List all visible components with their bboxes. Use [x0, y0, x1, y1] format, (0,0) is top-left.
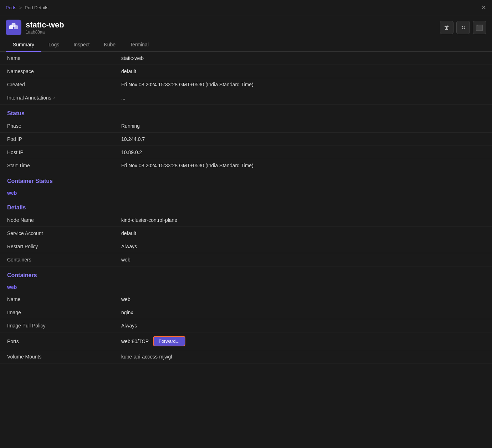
container-name-label: Name — [7, 296, 121, 302]
start-time-label: Start Time — [7, 163, 121, 168]
container-name-value: web — [121, 296, 130, 302]
namespace-label: Namespace — [7, 68, 121, 74]
row-containers: Containers web — [0, 253, 492, 266]
row-image-pull-policy: Image Pull Policy Always — [0, 319, 492, 332]
header-actions: 🗑 ↻ ⬛ — [440, 21, 486, 34]
breadcrumb-pods[interactable]: Pods — [6, 5, 16, 10]
host-ip-value: 10.89.0.2 — [121, 149, 142, 155]
row-pod-ip: Pod IP 10.244.0.7 — [0, 133, 492, 146]
app-title-group: static-web 1aab88aa — [26, 20, 64, 35]
row-ports: Ports web:80/TCP Forward... — [0, 332, 492, 350]
restart-policy-label: Restart Policy — [7, 244, 121, 249]
containers-value: web — [121, 257, 130, 263]
image-pull-policy-label: Image Pull Policy — [7, 323, 121, 329]
row-namespace: Namespace default — [0, 65, 492, 78]
tab-inspect[interactable]: Inspect — [66, 38, 97, 52]
image-value: nginx — [121, 310, 133, 315]
chevron-right-icon: › — [53, 95, 55, 100]
host-ip-label: Host IP — [7, 149, 121, 155]
annotations-value: ... — [121, 95, 125, 101]
container-status-section-header: Container Status — [0, 172, 492, 187]
tabs: Summary Logs Inspect Kube Terminal — [0, 38, 492, 52]
row-annotations[interactable]: Internal Annotations › ... — [0, 91, 492, 105]
annotations-text: Internal Annotations — [7, 95, 51, 101]
container-status-sub-header: web — [0, 187, 492, 199]
row-phase: Phase Running — [0, 119, 492, 133]
breadcrumb-current: Pod Details — [25, 5, 48, 10]
pod-ip-value: 10.244.0.7 — [121, 136, 145, 142]
tab-summary[interactable]: Summary — [6, 38, 41, 52]
ports-text: web:80/TCP — [121, 338, 149, 344]
ports-value-group: web:80/TCP Forward... — [121, 336, 185, 346]
row-volume-mounts: Volume Mounts kube-api-access-mjwgf — [0, 350, 492, 363]
row-host-ip: Host IP 10.89.0.2 — [0, 146, 492, 159]
row-node-name: Node Name kind-cluster-control-plane — [0, 214, 492, 227]
app-header: static-web 1aab88aa 🗑 ↻ ⬛ — [0, 15, 492, 35]
app-icon — [6, 20, 21, 35]
name-value: static-web — [121, 55, 144, 61]
svg-rect-2 — [12, 23, 16, 27]
row-service-account: Service Account default — [0, 227, 492, 240]
service-account-label: Service Account — [7, 230, 121, 236]
phase-label: Phase — [7, 123, 121, 129]
app-subtitle: 1aab88aa — [26, 30, 64, 35]
name-label: Name — [7, 55, 121, 61]
title-bar: Pods > Pod Details ✕ — [0, 0, 492, 15]
delete-button[interactable]: 🗑 — [440, 21, 453, 34]
image-label: Image — [7, 310, 121, 315]
service-account-value: default — [121, 230, 136, 236]
volume-mounts-label: Volume Mounts — [7, 354, 121, 360]
pod-ip-label: Pod IP — [7, 136, 121, 142]
app-header-left: static-web 1aab88aa — [6, 20, 64, 35]
refresh-button[interactable]: ↻ — [456, 21, 470, 34]
annotations-label: Internal Annotations › — [7, 95, 121, 101]
image-pull-policy-value: Always — [121, 323, 137, 329]
node-name-label: Node Name — [7, 217, 121, 223]
row-created: Created Fri Nov 08 2024 15:33:28 GMT+053… — [0, 78, 492, 91]
app-title: static-web — [26, 20, 64, 30]
tab-kube[interactable]: Kube — [97, 38, 123, 52]
ports-label: Ports — [7, 338, 121, 344]
breadcrumb-separator: > — [19, 5, 22, 10]
row-container-name: Name web — [0, 293, 492, 306]
row-image: Image nginx — [0, 306, 492, 319]
content: Name static-web Namespace default Create… — [0, 52, 492, 363]
tab-terminal[interactable]: Terminal — [123, 38, 156, 52]
tab-logs[interactable]: Logs — [41, 38, 66, 52]
containers-label: Containers — [7, 257, 121, 263]
row-restart-policy: Restart Policy Always — [0, 240, 492, 253]
volume-mounts-value: kube-api-access-mjwgf — [121, 354, 172, 360]
restart-policy-value: Always — [121, 244, 137, 249]
created-value: Fri Nov 08 2024 15:33:28 GMT+0530 (India… — [121, 82, 253, 87]
containers-section-header: Containers — [0, 266, 492, 281]
start-time-value: Fri Nov 08 2024 15:33:28 GMT+0530 (India… — [121, 163, 253, 168]
created-label: Created — [7, 82, 121, 87]
row-name: Name static-web — [0, 52, 492, 65]
containers-sub-header: web — [0, 281, 492, 293]
close-button[interactable]: ✕ — [481, 4, 486, 11]
status-section-header: Status — [0, 105, 492, 119]
annotations-clickable[interactable]: Internal Annotations › — [7, 95, 121, 101]
breadcrumb: Pods > Pod Details — [6, 5, 48, 10]
namespace-value: default — [121, 68, 136, 74]
node-name-value: kind-cluster-control-plane — [121, 217, 177, 223]
phase-value: Running — [121, 123, 140, 129]
forward-button[interactable]: Forward... — [153, 336, 185, 346]
export-button[interactable]: ⬛ — [473, 21, 486, 34]
row-start-time: Start Time Fri Nov 08 2024 15:33:28 GMT+… — [0, 159, 492, 172]
details-section-header: Details — [0, 199, 492, 214]
